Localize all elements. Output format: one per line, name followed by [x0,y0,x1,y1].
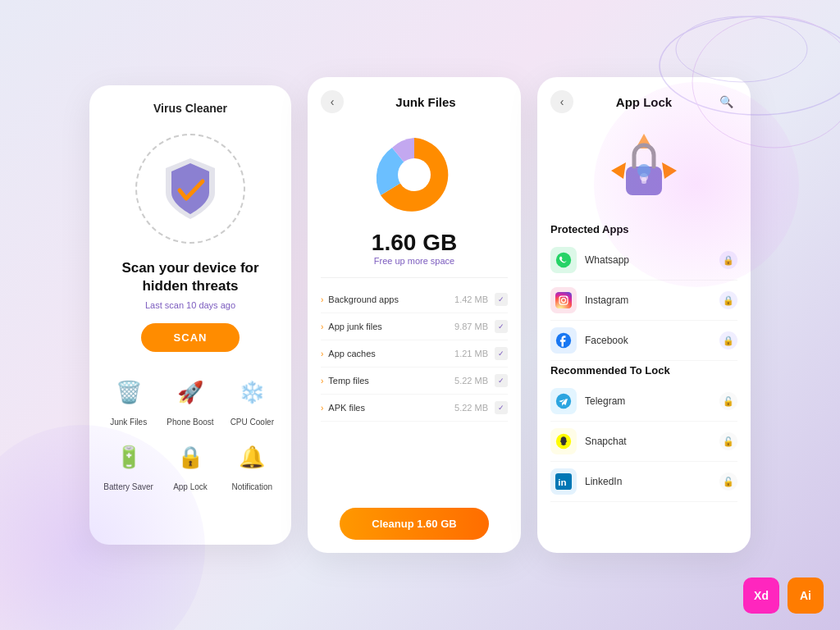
instagram-icon [550,287,577,313]
junk-item[interactable]: › App junk files 9.87 MB ✓ [321,313,508,340]
svg-point-3 [398,158,431,191]
junk-item-size: 1.21 MB [454,349,488,358]
feature-junk-files[interactable]: 🗑️ Junk Files [103,372,154,427]
app-row-snapchat[interactable]: Snapchat 🔓 [550,422,737,462]
junk-items-list: › Background apps 1.42 MB ✓ › App junk f… [321,286,508,496]
arrow-icon: › [321,349,323,358]
telegram-name: Telegram [585,395,719,407]
virus-cleaner-title: Virus Cleaner [153,102,227,115]
junk-card-title: Junk Files [344,95,508,109]
virus-headline: Scan your device for hidden threats [103,259,278,295]
page-wrapper: Virus Cleaner Scan your device for hidde… [0,0,840,630]
lock-badge-instagram[interactable]: 🔒 [719,291,737,309]
linkedin-icon: in [550,468,577,495]
applock-back-button[interactable]: ‹ [550,90,573,113]
junk-check-icon[interactable]: ✓ [495,347,508,360]
phone-boost-label: Phone Boost [167,418,213,427]
pie-chart-svg [361,130,468,220]
svg-point-2 [676,16,807,82]
adobe-badges: Xd Ai [743,578,824,614]
lock-open-snapchat[interactable]: 🔓 [719,432,737,450]
app-row-facebook[interactable]: Facebook 🔒 [550,321,737,361]
adobe-xd-badge: Xd [743,578,779,614]
notification-label: Notification [232,482,272,491]
feature-phone-boost[interactable]: 🚀 Phone Boost [164,372,216,427]
app-row-linkedin[interactable]: in LinkedIn 🔓 [550,462,737,502]
junk-files-label: Junk Files [110,418,147,427]
junk-item-name: App caches [328,349,454,358]
adobe-ai-badge: Ai [788,578,824,614]
junk-nav: ‹ Junk Files [321,90,508,113]
arrow-icon: › [321,404,323,413]
deco-lines [594,0,840,246]
app-row-telegram[interactable]: Telegram 🔓 [550,381,737,422]
junk-files-card: ‹ Junk Files 1.60 GB Free up more space … [308,77,521,553]
shield-illustration [133,131,248,246]
junk-check-icon[interactable]: ✓ [495,401,508,414]
junk-item-name: App junk files [328,322,454,331]
junk-item-size: 1.42 MB [454,294,488,304]
junk-check-icon[interactable]: ✓ [495,293,508,306]
junk-item[interactable]: › APK files 5.22 MB ✓ [321,395,508,422]
junk-item-size: 9.87 MB [454,322,488,331]
feature-cpu-cooler[interactable]: ❄️ CPU Cooler [226,372,278,427]
instagram-name: Instagram [585,294,719,306]
junk-pie-chart [361,130,468,220]
telegram-icon [550,388,577,414]
cleanup-button[interactable]: Cleanup 1.60 GB [340,508,489,540]
svg-rect-9 [555,292,572,308]
recommended-apps-label: Recommended To Lock [550,364,737,377]
facebook-icon [550,327,577,354]
junk-divider [321,277,508,278]
cpu-cooler-label: CPU Cooler [231,418,274,427]
feature-notification[interactable]: 🔔 Notification [226,436,278,491]
shield-icon [153,152,227,226]
virus-last-scan: Last scan 10 days ago [145,300,235,310]
junk-check-icon[interactable]: ✓ [495,374,508,387]
arrow-icon: › [321,295,323,304]
snapchat-name: Snapchat [585,436,719,447]
lock-badge-facebook[interactable]: 🔒 [719,331,737,349]
arrow-icon: › [321,322,323,331]
junk-item-name: Background apps [328,294,454,304]
notification-icon: 🔔 [231,436,272,477]
svg-point-14 [556,394,571,409]
svg-point-1 [692,16,840,148]
svg-text:in: in [558,477,566,487]
junk-back-button[interactable]: ‹ [321,90,344,113]
junk-item-name: APK files [328,403,454,413]
lock-open-linkedin[interactable]: 🔓 [719,472,737,491]
facebook-name: Facebook [585,335,719,346]
scan-button[interactable]: SCAN [141,323,240,352]
junk-item[interactable]: › Background apps 1.42 MB ✓ [321,286,508,313]
app-row-instagram[interactable]: Instagram 🔒 [550,281,737,321]
storage-amount: 1.60 GB [372,230,457,256]
junk-check-icon[interactable]: ✓ [495,320,508,333]
junk-item-name: Temp files [328,376,454,386]
whatsapp-icon [550,247,577,273]
junk-item-size: 5.22 MB [454,403,488,413]
junk-item-size: 5.22 MB [454,376,488,386]
junk-item[interactable]: › Temp files 5.22 MB ✓ [321,368,508,395]
cpu-cooler-icon: ❄️ [231,372,272,413]
snapchat-icon [550,428,577,454]
linkedin-name: LinkedIn [585,476,719,487]
svg-point-12 [566,296,568,298]
phone-boost-icon: 🚀 [170,372,211,413]
svg-point-8 [556,253,571,267]
storage-sub: Free up more space [374,256,454,266]
junk-item[interactable]: › App caches 1.21 MB ✓ [321,340,508,368]
arrow-icon: › [321,377,323,386]
junk-files-icon: 🗑️ [108,372,149,413]
lock-open-telegram[interactable]: 🔓 [719,392,737,410]
